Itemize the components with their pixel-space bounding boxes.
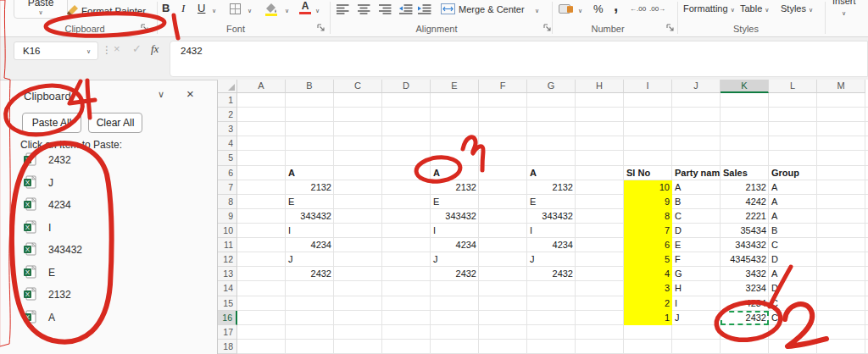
name-box[interactable]: K16 ∨ [14,41,98,60]
cell-G11[interactable]: 4234 [527,238,576,252]
conditional-formatting-button[interactable]: Formatting ∨ [683,3,735,14]
cell-K14[interactable]: 3234 [721,281,769,296]
cell-K7[interactable]: 2132 [721,180,769,195]
cell-J13[interactable]: G [672,267,721,281]
align-right-icon[interactable] [379,4,392,14]
row-header-7[interactable]: 7 [218,180,237,195]
merge-center-button[interactable]: Merge & Center [459,4,525,14]
font-dialog-launcher-icon[interactable] [317,24,326,32]
decrease-decimal-icon[interactable]: .00→ [649,5,665,13]
formula-input[interactable]: 2432 [170,41,868,77]
borders-dropdown-icon[interactable]: ∨ [248,8,252,14]
cell-J14[interactable]: H [672,281,721,296]
row-header-12[interactable]: 12 [218,252,237,267]
increase-indent-icon[interactable] [418,4,431,14]
row-header-17[interactable]: 17 [218,325,237,340]
cell-I10[interactable]: 7 [624,224,672,238]
cell-L14[interactable]: D [769,281,817,296]
cell-J15[interactable]: I [672,296,721,311]
cell-B7[interactable]: 2132 [286,180,334,195]
cell-L12[interactable]: D [769,252,817,267]
cell-E9[interactable]: 343432 [431,209,479,224]
cell-B11[interactable]: 4234 [286,238,334,252]
cell-E8[interactable]: E [431,195,479,209]
clipboard-item-2[interactable]: X4234 [0,194,212,216]
col-header-L[interactable]: L [769,80,817,93]
borders-icon[interactable] [230,3,241,14]
cell-B10[interactable]: I [286,224,334,238]
enter-icon[interactable]: ✓ [132,42,142,55]
col-header-D[interactable]: D [382,80,431,93]
cell-K8[interactable]: 4242 [721,195,769,209]
alignment-dialog-launcher-icon[interactable] [543,24,552,32]
row-header-9[interactable]: 9 [218,209,237,224]
cell-I13[interactable]: 4 [624,267,672,281]
cancel-icon[interactable]: × [114,42,120,55]
cell-K11[interactable]: 343432 [721,238,769,252]
clipboard-item-7[interactable]: XA [0,307,212,329]
col-header-I[interactable]: I [624,80,672,93]
format-painter-icon[interactable] [66,4,79,17]
insert-cells-button[interactable]: Insert [832,0,856,6]
name-box-dropdown-icon[interactable]: ∨ [86,48,91,54]
italic-button[interactable]: I [181,2,185,15]
row-header-4[interactable]: 4 [218,136,237,151]
cell-J6[interactable]: Party nam [672,166,721,180]
clipboard-dialog-launcher-icon[interactable] [141,24,149,32]
row-header-11[interactable]: 11 [218,238,237,252]
cell-L8[interactable]: A [769,195,817,209]
pane-collapse-icon[interactable]: ∨ [158,89,164,100]
cell-B8[interactable]: E [286,195,334,209]
cell-L15[interactable]: C [769,296,817,311]
cell-J8[interactable]: B [672,195,721,209]
paste-button[interactable]: Paste ∨ [14,0,68,19]
paste-all-button[interactable]: Paste All [22,113,81,133]
cell-K9[interactable]: 2221 [721,209,769,224]
merge-center-icon[interactable] [441,3,455,14]
row-header-18[interactable]: 18 [218,340,237,354]
cell-L16[interactable]: C [769,311,817,325]
cell-I16[interactable]: 1 [624,311,672,325]
cell-L7[interactable]: A [769,180,817,195]
comma-style-button[interactable]: , [614,0,618,15]
cell-J10[interactable]: D [672,224,721,238]
clipboard-item-3[interactable]: XI [0,217,212,239]
decrease-indent-icon[interactable] [399,4,413,14]
pane-close-icon[interactable]: × [186,86,194,101]
merge-center-dropdown-icon[interactable]: ∨ [535,8,539,14]
row-header-14[interactable]: 14 [218,281,237,296]
col-header-A[interactable]: A [237,80,286,93]
cell-J9[interactable]: C [672,209,721,224]
cell-K12[interactable]: 4345432 [721,252,769,267]
clipboard-item-6[interactable]: X2132 [0,284,212,306]
percent-style-button[interactable]: % [593,3,604,15]
col-header-G[interactable]: G [527,80,576,93]
col-header-F[interactable]: F [479,80,527,93]
row-header-10[interactable]: 10 [218,224,237,238]
accounting-dropdown-icon[interactable]: ∨ [578,8,582,14]
cell-J12[interactable]: F [672,252,721,267]
cell-I6[interactable]: Sl No [624,166,672,180]
cell-B6[interactable]: A [286,166,334,180]
insert-function-icon[interactable]: fx [151,42,159,56]
bold-button[interactable]: B [162,2,170,14]
underline-button[interactable]: U [198,2,205,14]
font-color-dropdown-icon[interactable]: ∨ [315,8,320,14]
row-header-2[interactable]: 2 [218,108,237,122]
col-header-E[interactable]: E [431,80,479,93]
cell-G13[interactable]: 2432 [527,267,576,281]
cell-I9[interactable]: 8 [624,209,672,224]
cell-E10[interactable]: I [431,224,479,238]
cell-K6[interactable]: Sales [721,166,769,180]
align-center-icon[interactable] [358,4,370,14]
cell-B12[interactable]: J [286,252,334,267]
row-header-3[interactable]: 3 [218,122,237,136]
row-header-1[interactable]: 1 [218,93,237,108]
cell-E12[interactable]: J [431,252,479,267]
row-header-5[interactable]: 5 [218,151,237,165]
cell-G9[interactable]: 343432 [527,209,576,224]
cell-G8[interactable]: E [527,195,576,209]
col-header-B[interactable]: B [286,80,334,93]
cell-J16[interactable]: J [672,311,721,325]
cell-E11[interactable]: 4234 [431,238,479,252]
